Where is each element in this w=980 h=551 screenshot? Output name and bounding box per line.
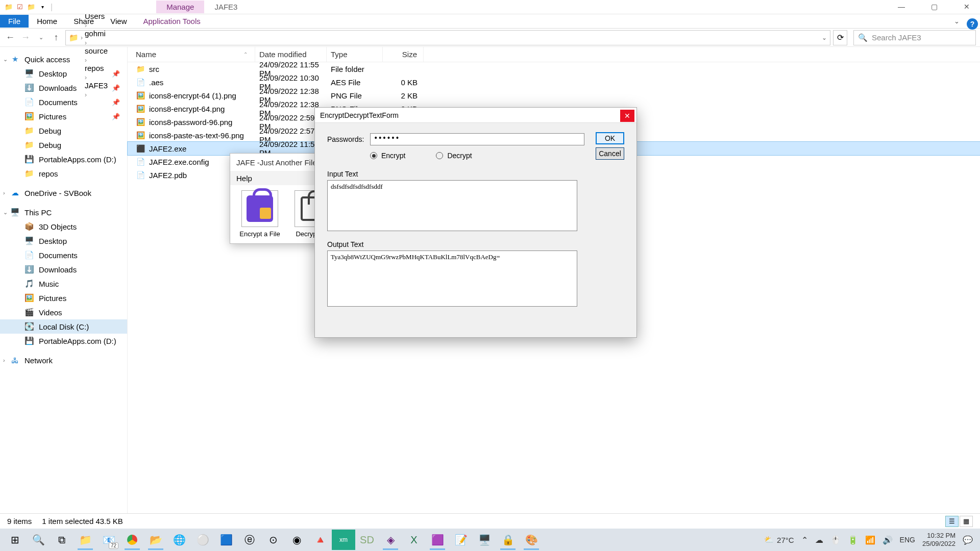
tray-wifi-icon[interactable]: 📶 xyxy=(865,535,875,545)
sidebar-item[interactable]: 📄Documents📌 xyxy=(0,95,127,109)
sidebar-item[interactable]: 🖥️Desktop xyxy=(0,234,127,248)
drive-icon: 🖥️ xyxy=(24,236,34,245)
paint-taskbar[interactable]: 🎨 xyxy=(520,530,543,550)
weather-widget[interactable]: ⛅ 27°C xyxy=(764,535,794,544)
close-button[interactable]: ✕ xyxy=(957,0,977,13)
minimize-button[interactable]: — xyxy=(891,0,912,13)
sidebar-item[interactable]: 📁Debug xyxy=(0,123,127,138)
this-pc-header[interactable]: ⌄ 🖥️ This PC xyxy=(0,205,127,219)
forward-button[interactable]: → xyxy=(19,32,32,44)
sidebar-item[interactable]: 🎵Music xyxy=(0,277,127,291)
mail-taskbar[interactable]: 📧72 xyxy=(97,530,120,550)
edge-taskbar[interactable]: 🌐 xyxy=(167,530,191,550)
drive-icon: 📦 xyxy=(24,222,34,231)
breadcrumb-segment[interactable]: gohmi xyxy=(85,29,135,38)
column-size[interactable]: Size xyxy=(383,47,424,62)
chevron-right-icon[interactable]: › xyxy=(3,357,5,363)
icons-view-button[interactable]: ▦ xyxy=(960,516,973,527)
chevron-down-icon[interactable]: ⌄ xyxy=(3,209,8,216)
chevron-right-icon[interactable]: › xyxy=(85,22,87,29)
jafe-taskbar[interactable]: 🔒 xyxy=(496,530,520,550)
task-view-button[interactable]: ⧉ xyxy=(50,530,74,550)
search-button[interactable]: 🔍 xyxy=(27,530,50,550)
onedrive-item[interactable]: › ☁ OneDrive - SVBook xyxy=(0,186,127,200)
excel-taskbar[interactable]: X xyxy=(402,530,426,550)
app9-taskbar[interactable]: 🖥️ xyxy=(473,530,496,550)
start-button[interactable]: ⊞ xyxy=(3,530,27,550)
sidebar-item[interactable]: 📄Documents xyxy=(0,248,127,262)
cancel-button[interactable]: Cancel xyxy=(596,147,624,160)
refresh-button[interactable]: ⟳ xyxy=(833,30,847,45)
manage-context-tab[interactable]: Manage xyxy=(156,1,204,13)
decrypt-radio[interactable]: Decrypt xyxy=(436,152,472,160)
quick-access-header[interactable]: ⌄ ★ Quick access xyxy=(0,52,127,66)
sidebar-item[interactable]: ⬇️Downloads xyxy=(0,262,127,277)
sidebar-item[interactable]: 🖼️Pictures xyxy=(0,291,127,305)
app-taskbar[interactable]: ⚪ xyxy=(191,530,214,550)
search-input[interactable]: 🔍 Search JAFE3 xyxy=(853,30,976,45)
home-tab[interactable]: Home xyxy=(29,15,65,28)
dialog-close-button[interactable]: ✕ xyxy=(620,110,634,122)
tray-battery-icon[interactable]: 🔋 xyxy=(848,535,858,545)
sidebar-item[interactable]: 💽Local Disk (C:) xyxy=(0,319,127,334)
details-view-button[interactable]: ☰ xyxy=(945,516,959,527)
tray-volume-icon[interactable]: 🔊 xyxy=(883,535,893,545)
app2-taskbar[interactable]: 🟦 xyxy=(214,530,238,550)
tray-chevron-icon[interactable]: ⌃ xyxy=(801,535,808,545)
chevron-right-icon[interactable]: › xyxy=(85,39,87,46)
maximize-button[interactable]: ▢ xyxy=(924,0,944,13)
app7-taskbar[interactable]: SD xyxy=(355,530,379,550)
sidebar-item[interactable]: 🖥️Desktop📌 xyxy=(0,66,127,81)
column-type[interactable]: Type xyxy=(327,47,383,62)
app4-taskbar[interactable]: ◉ xyxy=(285,530,308,550)
application-tools-tab[interactable]: Application Tools xyxy=(135,15,208,28)
app5-taskbar[interactable]: 🔺 xyxy=(308,530,332,550)
app6-taskbar[interactable]: xm xyxy=(332,530,355,550)
ribbon-expand-icon[interactable]: ⌄ xyxy=(954,17,960,25)
encrypt-file-button[interactable]: Encrypt a File xyxy=(237,190,282,238)
app8-taskbar[interactable]: 🟪 xyxy=(426,530,449,550)
chevron-right-icon[interactable]: › xyxy=(3,190,5,196)
sidebar-item[interactable]: 🖼️Pictures📌 xyxy=(0,109,127,123)
output-text-area[interactable]: Tya3qb8WtZUQmG9rwzPbMHqKTABuKlLm78lVqcBA… xyxy=(327,251,577,307)
qat-properties-icon[interactable]: ☑ xyxy=(15,3,24,12)
network-item[interactable]: › 🖧 Network xyxy=(0,353,127,367)
sidebar-item[interactable]: 📁repos xyxy=(0,166,127,181)
column-name[interactable]: Name⌃ xyxy=(128,47,255,62)
explorer2-taskbar[interactable]: 📂 xyxy=(144,530,167,550)
help-icon[interactable]: ? xyxy=(967,18,978,30)
path-dropdown-icon[interactable]: ⌄ xyxy=(822,34,827,41)
breadcrumb-path[interactable]: 📁 › This PC › Local Disk (C:) › Users › … xyxy=(65,30,830,45)
file-tab[interactable]: File xyxy=(0,15,29,28)
chevron-down-icon[interactable]: ⌄ xyxy=(3,56,8,63)
chrome-taskbar[interactable] xyxy=(120,530,144,550)
input-text-area[interactable]: dsfsdfsdfsdfsdfsddf xyxy=(327,180,577,231)
ok-button[interactable]: OK xyxy=(596,132,624,144)
chevron-right-icon[interactable]: › xyxy=(81,34,83,41)
tray-clock[interactable]: 10:32 PM 25/09/2022 xyxy=(922,532,955,547)
sidebar-item[interactable]: 💾PortableApps.com (D:) xyxy=(0,334,127,348)
tray-bluetooth-icon[interactable]: 🖱️ xyxy=(830,535,841,545)
password-input[interactable]: •••••• xyxy=(370,133,584,145)
sidebar-label: Debug xyxy=(39,141,61,149)
explorer-taskbar[interactable]: 📁 xyxy=(74,530,97,550)
back-button[interactable]: ← xyxy=(4,32,16,44)
app3-taskbar[interactable]: ⊙ xyxy=(261,530,285,550)
notifications-icon[interactable]: 💬 xyxy=(963,535,973,545)
column-date[interactable]: Date modified xyxy=(255,47,327,62)
tray-cloud-icon[interactable]: ☁ xyxy=(815,535,823,545)
qat-newfolder-icon[interactable]: 📁 xyxy=(27,3,36,12)
sidebar-item[interactable]: 📦3D Objects xyxy=(0,219,127,234)
encrypt-radio[interactable]: Encrypt xyxy=(370,152,405,160)
sidebar-item[interactable]: 💾PortableApps.com (D:) xyxy=(0,152,127,166)
up-button[interactable]: ↑ xyxy=(50,32,62,44)
sidebar-item[interactable]: 📁Debug xyxy=(0,138,127,152)
notepad-taskbar[interactable]: 📝 xyxy=(449,530,473,550)
sidebar-item[interactable]: 🎬Videos xyxy=(0,305,127,319)
tray-lang[interactable]: ENG xyxy=(900,536,915,544)
ie-taskbar[interactable]: ⓔ xyxy=(238,530,261,550)
vs-taskbar[interactable]: ◈ xyxy=(379,530,402,550)
qat-dropdown-icon[interactable]: ▾ xyxy=(38,3,47,12)
sidebar-item[interactable]: ⬇️Downloads📌 xyxy=(0,81,127,95)
recent-dropdown[interactable]: ⌄ xyxy=(35,32,47,44)
